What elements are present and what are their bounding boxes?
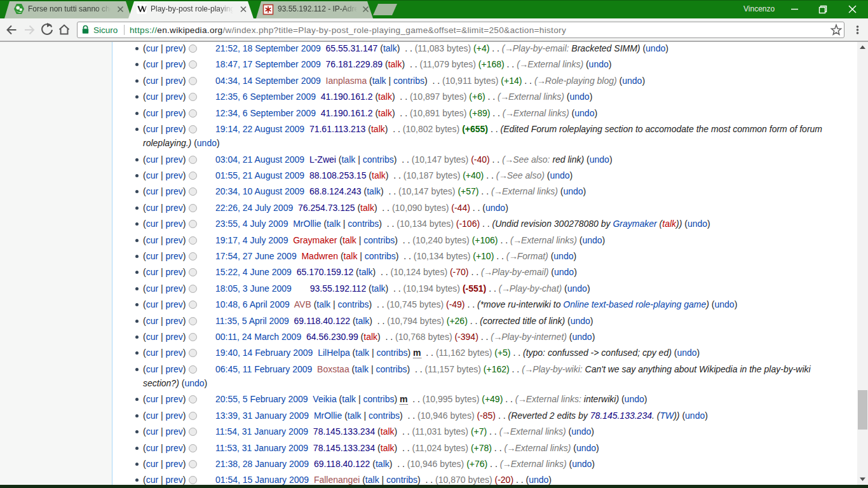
svg-text:Vincenzo: Vincenzo: [743, 4, 775, 13]
